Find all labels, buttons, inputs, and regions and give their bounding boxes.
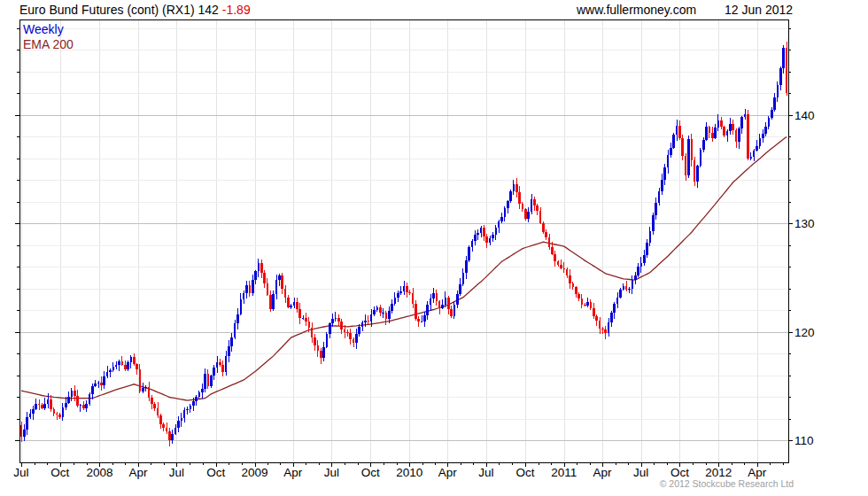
svg-text:2008: 2008 <box>86 466 112 479</box>
svg-text:130: 130 <box>794 217 815 230</box>
svg-text:Apr: Apr <box>438 466 458 479</box>
svg-text:Oct: Oct <box>50 466 69 479</box>
svg-text:Jul: Jul <box>13 466 28 479</box>
svg-text:2010: 2010 <box>396 466 422 479</box>
legend-ema-label: EMA 200 <box>23 37 74 51</box>
svg-text:120: 120 <box>794 326 815 339</box>
svg-text:110: 110 <box>794 434 814 447</box>
svg-text:Oct: Oct <box>515 466 534 479</box>
svg-text:2009: 2009 <box>242 466 268 479</box>
svg-text:Jul: Jul <box>324 466 339 479</box>
svg-text:Apr: Apr <box>283 466 303 479</box>
svg-text:Oct: Oct <box>206 466 225 479</box>
copyright-text: © 2012 Stockcube Research Ltd <box>660 478 794 489</box>
price-chart: 110120130140JulOct2008AprJulOct2009AprJu… <box>0 0 868 496</box>
svg-text:Apr: Apr <box>593 466 613 479</box>
svg-text:Jul: Jul <box>169 466 184 479</box>
svg-text:Apr: Apr <box>748 466 767 479</box>
svg-text:Apr: Apr <box>128 466 148 479</box>
svg-text:Oct: Oct <box>361 466 380 479</box>
svg-text:2011: 2011 <box>551 466 577 479</box>
svg-text:Oct: Oct <box>670 466 689 479</box>
svg-text:Jul: Jul <box>478 466 493 479</box>
legend-weekly-label: Weekly <box>23 22 64 36</box>
svg-text:2012: 2012 <box>705 466 732 479</box>
svg-text:Jul: Jul <box>633 466 648 479</box>
svg-text:140: 140 <box>794 109 815 122</box>
chart-window: Euro Bund Futures (cont) (RX1) 142 -1.89… <box>0 0 868 496</box>
